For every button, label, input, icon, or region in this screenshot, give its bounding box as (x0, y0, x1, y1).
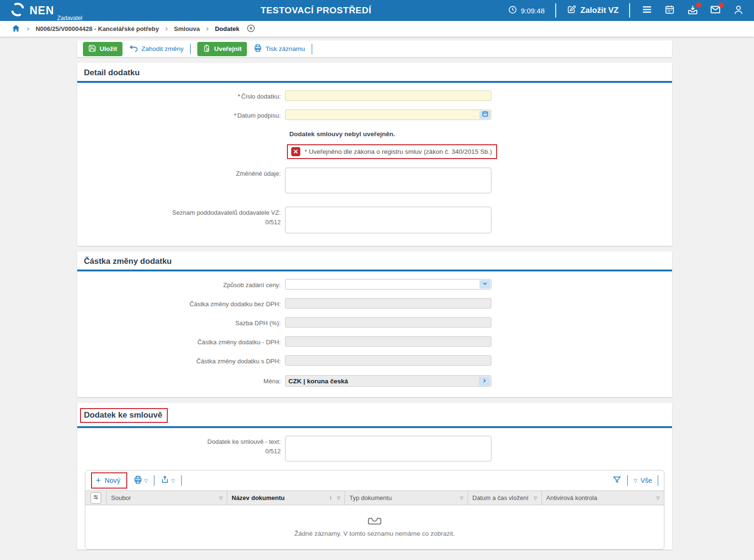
column-header-datum[interactable]: Datum a čas vložení ▽ (468, 491, 541, 505)
edit-icon (567, 5, 576, 17)
zmenene-udaje-textarea[interactable] (285, 168, 491, 193)
create-vz-label: Založit VZ (581, 6, 619, 15)
breadcrumb: › N006/25/V00004428 - Kancelářské potřeb… (0, 21, 754, 37)
brand-subtitle: Zadavatel (57, 15, 82, 21)
castka-bez-dph-label: Částka změny dodatku bez DPH: (77, 298, 285, 309)
documents-toolbar: + Nový ▽ ▽ (85, 470, 664, 490)
save-button[interactable]: Uložit (83, 42, 122, 56)
chevron-separator-icon: › (165, 24, 168, 32)
export-icon (161, 475, 169, 486)
select-dropdown-button[interactable] (479, 280, 490, 289)
section-title-detail: Detail dodatku (84, 68, 140, 78)
discard-changes-button[interactable]: Zahodit změny (129, 44, 184, 54)
close-circle-icon (246, 24, 255, 34)
column-filter-icon[interactable]: ▽ (337, 496, 340, 500)
error-x-icon: ✕ (291, 147, 300, 156)
section-title-dodatek: Dodatek ke smlouvě (84, 410, 162, 420)
column-header-soubor[interactable]: Soubor ▽ (106, 491, 227, 505)
undo-icon (129, 44, 138, 54)
datepicker-button[interactable] (479, 110, 490, 119)
publish-label: Uveřejnit (214, 45, 242, 52)
mena-field: CZK | koruna česká (285, 375, 491, 387)
cislo-dodatku-label: *Číslo dodatku: (77, 90, 285, 101)
print-record-label: Tisk záznamu (265, 45, 305, 52)
app-logo[interactable]: NEN Zadavatel (0, 1, 83, 20)
new-document-label: Nový (105, 477, 121, 484)
registry-error-box: ✕ * Uveřejněno dle zákona o registru sml… (287, 144, 497, 159)
castka-s-dph-label: Částka změny dodatku s DPH: (77, 355, 285, 366)
chevron-separator-icon: › (206, 24, 209, 32)
toolbar-divider (658, 475, 658, 486)
menu-button[interactable] (641, 4, 653, 17)
datum-podpisu-input[interactable] (285, 110, 491, 120)
page-content: Uložit Zahodit změny Uveřejnit Tisk zázn… (0, 37, 754, 550)
chevron-separator-icon: › (27, 24, 30, 32)
nen-swirl-icon (10, 1, 26, 20)
zpusob-zadani-ceny-select[interactable] (285, 279, 491, 290)
toolbar-divider (627, 475, 628, 486)
save-icon (88, 44, 96, 54)
calendar-small-icon (482, 110, 489, 119)
topbar-divider (629, 3, 630, 18)
breadcrumb-item-dodatek[interactable]: Dodatek (215, 25, 239, 32)
discard-changes-label: Zahodit změny (142, 45, 184, 52)
create-vz-button[interactable]: Založit VZ (567, 5, 619, 17)
new-document-button[interactable]: + Nový (91, 472, 127, 489)
environment-title: TESTOVACÍ PROSTŘEDÍ (261, 5, 372, 16)
dodatek-text-textarea[interactable] (285, 436, 491, 461)
breadcrumb-item-procurement[interactable]: N006/25/V00004428 - Kancelářské potřeby (36, 25, 159, 32)
column-settings-button[interactable] (91, 492, 101, 504)
dropdown-arrow-icon: ▽ (633, 478, 637, 483)
export-button[interactable]: ▽ (161, 475, 175, 486)
toolbar-divider (312, 44, 312, 54)
session-time-value: 9:09:48 (521, 7, 545, 15)
publish-button[interactable]: Uveřejnit (197, 42, 247, 56)
mena-label: Měna: (77, 375, 285, 386)
sort-asc-icon: ↑ (329, 494, 333, 501)
empty-state: Žádné záznamy. V tomto seznamu nemáme co… (85, 505, 664, 549)
datum-podpisu-label: *Datum podpisu: (77, 110, 285, 120)
column-header-typ[interactable]: Typ dokumentu ▽ (345, 491, 468, 505)
detail-dodatku-section: Detail dodatku *Číslo dodatku: *Datum po… (77, 63, 672, 246)
home-icon[interactable] (11, 24, 20, 34)
mena-picker-button[interactable] (479, 377, 490, 386)
castka-s-dph-input (285, 355, 491, 366)
column-header-nazev[interactable]: Název dokumentu ↑ ▽ (227, 491, 345, 505)
castka-dph-input (285, 336, 491, 347)
notification-dot (719, 2, 724, 8)
cislo-dodatku-input[interactable] (285, 90, 491, 101)
publish-clipboard-icon (203, 44, 211, 54)
dodatek-ke-smlouve-section: Dodatek ke smlouvě Dodatek ke smlouvě - … (77, 403, 672, 550)
brand-name: NEN (30, 4, 54, 17)
session-time: 9:09:48 (508, 5, 545, 16)
column-filter-icon[interactable]: ▽ (534, 496, 537, 500)
dropdown-arrow-icon: ▽ (171, 478, 175, 483)
seznam-poddodavatelu-label: Seznam poddodavatelů dodavatele VZ: 0/51… (77, 207, 285, 226)
dodatek-text-label: Dodatek ke smlouvě - text: 0/512 (77, 436, 285, 455)
filter-button[interactable] (612, 475, 622, 486)
column-filter-icon[interactable]: ▽ (656, 496, 660, 500)
hamburger-icon (641, 4, 652, 17)
dropdown-arrow-icon: ▽ (144, 478, 148, 483)
messages-button[interactable] (709, 4, 722, 17)
view-all-dropdown[interactable]: ▽ Vše (633, 477, 652, 484)
calendar-button[interactable] (663, 4, 676, 17)
top-bar: NEN Zadavatel TESTOVACÍ PROSTŘEDÍ 9:09:4… (0, 0, 754, 21)
print-record-button[interactable]: Tisk záznamu (254, 44, 305, 54)
printer-icon (254, 44, 262, 54)
print-list-button[interactable]: ▽ (133, 475, 148, 486)
sliders-icon (92, 494, 99, 502)
seznam-poddodavatelu-textarea[interactable] (285, 207, 491, 233)
castka-dph-label: Částka změny dodatku - DPH: (77, 336, 285, 347)
inbox-button[interactable] (686, 4, 699, 17)
save-label: Uložit (100, 45, 117, 52)
required-asterisk: * (238, 93, 240, 100)
column-filter-icon[interactable]: ▽ (219, 496, 223, 500)
user-profile-button[interactable] (732, 4, 744, 17)
breadcrumb-item-smlouva[interactable]: Smlouva (174, 25, 200, 32)
column-header-antivir[interactable]: Antivirová kontrola ▽ (541, 491, 664, 505)
close-tab-button[interactable] (246, 24, 255, 34)
documents-table: + Nový ▽ ▽ (85, 470, 664, 550)
column-filter-icon[interactable]: ▽ (460, 496, 463, 500)
section-title-castka: Částka změny dodatku (84, 257, 172, 266)
